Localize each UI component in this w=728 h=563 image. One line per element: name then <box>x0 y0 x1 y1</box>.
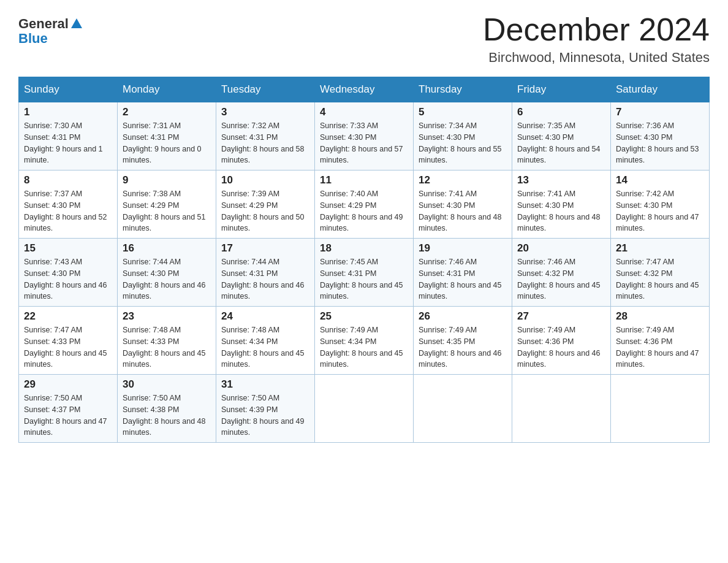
day-number: 29 <box>24 378 112 391</box>
table-row: 30 Sunrise: 7:50 AM Sunset: 4:38 PM Dayl… <box>118 375 216 443</box>
day-info: Sunrise: 7:34 AM Sunset: 4:30 PM Dayligh… <box>419 120 507 166</box>
table-row: 23 Sunrise: 7:48 AM Sunset: 4:33 PM Dayl… <box>118 307 216 375</box>
day-info: Sunrise: 7:30 AM Sunset: 4:31 PM Dayligh… <box>24 120 112 166</box>
day-info: Sunrise: 7:46 AM Sunset: 4:31 PM Dayligh… <box>419 256 507 302</box>
table-row: 26 Sunrise: 7:49 AM Sunset: 4:35 PM Dayl… <box>414 307 512 375</box>
table-row <box>611 375 710 443</box>
table-row <box>414 375 512 443</box>
calendar-table: Sunday Monday Tuesday Wednesday Thursday… <box>18 77 710 443</box>
calendar-week-row: 22 Sunrise: 7:47 AM Sunset: 4:33 PM Dayl… <box>19 307 710 375</box>
table-row: 27 Sunrise: 7:49 AM Sunset: 4:36 PM Dayl… <box>512 307 611 375</box>
day-number: 13 <box>517 174 605 186</box>
day-number: 6 <box>517 106 605 118</box>
calendar-week-row: 1 Sunrise: 7:30 AM Sunset: 4:31 PM Dayli… <box>19 102 710 170</box>
page-header: General Blue December 2024 Birchwood, Mi… <box>18 12 710 66</box>
day-number: 2 <box>123 106 211 118</box>
day-info: Sunrise: 7:38 AM Sunset: 4:29 PM Dayligh… <box>123 188 211 234</box>
day-number: 11 <box>320 174 408 186</box>
day-info: Sunrise: 7:45 AM Sunset: 4:31 PM Dayligh… <box>320 256 408 302</box>
day-number: 7 <box>616 106 704 118</box>
day-number: 8 <box>24 174 112 186</box>
day-number: 9 <box>123 174 211 186</box>
table-row: 12 Sunrise: 7:41 AM Sunset: 4:30 PM Dayl… <box>414 170 512 239</box>
table-row <box>315 375 414 443</box>
table-row: 16 Sunrise: 7:44 AM Sunset: 4:30 PM Dayl… <box>118 239 216 307</box>
day-info: Sunrise: 7:44 AM Sunset: 4:30 PM Dayligh… <box>123 256 211 302</box>
table-row: 17 Sunrise: 7:44 AM Sunset: 4:31 PM Dayl… <box>216 239 315 307</box>
day-info: Sunrise: 7:37 AM Sunset: 4:30 PM Dayligh… <box>24 188 112 234</box>
table-row: 31 Sunrise: 7:50 AM Sunset: 4:39 PM Dayl… <box>216 375 315 443</box>
day-info: Sunrise: 7:41 AM Sunset: 4:30 PM Dayligh… <box>419 188 507 234</box>
day-number: 25 <box>320 310 408 323</box>
day-info: Sunrise: 7:49 AM Sunset: 4:36 PM Dayligh… <box>616 324 704 370</box>
day-info: Sunrise: 7:50 AM Sunset: 4:37 PM Dayligh… <box>24 393 112 439</box>
day-number: 26 <box>419 310 507 323</box>
table-row: 18 Sunrise: 7:45 AM Sunset: 4:31 PM Dayl… <box>315 239 414 307</box>
day-number: 31 <box>221 378 309 391</box>
day-number: 1 <box>24 106 112 118</box>
col-monday: Monday <box>118 77 216 102</box>
calendar-week-row: 29 Sunrise: 7:50 AM Sunset: 4:37 PM Dayl… <box>19 375 710 443</box>
table-row: 8 Sunrise: 7:37 AM Sunset: 4:30 PM Dayli… <box>19 170 118 239</box>
logo: General Blue <box>18 12 83 47</box>
table-row: 10 Sunrise: 7:39 AM Sunset: 4:29 PM Dayl… <box>216 170 315 239</box>
table-row: 1 Sunrise: 7:30 AM Sunset: 4:31 PM Dayli… <box>19 102 118 170</box>
title-block: December 2024 Birchwood, Minnesota, Unit… <box>483 12 710 66</box>
day-number: 17 <box>221 242 309 255</box>
svg-marker-0 <box>71 18 82 28</box>
day-info: Sunrise: 7:36 AM Sunset: 4:30 PM Dayligh… <box>616 120 704 166</box>
col-saturday: Saturday <box>611 77 710 102</box>
day-info: Sunrise: 7:40 AM Sunset: 4:29 PM Dayligh… <box>320 188 408 234</box>
day-number: 22 <box>24 310 112 323</box>
table-row: 20 Sunrise: 7:46 AM Sunset: 4:32 PM Dayl… <box>512 239 611 307</box>
day-info: Sunrise: 7:46 AM Sunset: 4:32 PM Dayligh… <box>517 256 605 302</box>
day-info: Sunrise: 7:32 AM Sunset: 4:31 PM Dayligh… <box>221 120 309 166</box>
table-row: 11 Sunrise: 7:40 AM Sunset: 4:29 PM Dayl… <box>315 170 414 239</box>
day-number: 16 <box>123 242 211 255</box>
table-row: 3 Sunrise: 7:32 AM Sunset: 4:31 PM Dayli… <box>216 102 315 170</box>
day-number: 21 <box>616 242 704 255</box>
day-number: 15 <box>24 242 112 255</box>
day-number: 20 <box>517 242 605 255</box>
calendar-week-row: 15 Sunrise: 7:43 AM Sunset: 4:30 PM Dayl… <box>19 239 710 307</box>
table-row: 6 Sunrise: 7:35 AM Sunset: 4:30 PM Dayli… <box>512 102 611 170</box>
col-sunday: Sunday <box>19 77 118 102</box>
day-number: 10 <box>221 174 309 186</box>
day-number: 14 <box>616 174 704 186</box>
day-number: 3 <box>221 106 309 118</box>
col-wednesday: Wednesday <box>315 77 414 102</box>
day-info: Sunrise: 7:49 AM Sunset: 4:34 PM Dayligh… <box>320 324 408 370</box>
calendar-header-row: Sunday Monday Tuesday Wednesday Thursday… <box>19 77 710 102</box>
day-number: 18 <box>320 242 408 255</box>
logo-arrow-icon <box>70 17 83 31</box>
day-info: Sunrise: 7:42 AM Sunset: 4:30 PM Dayligh… <box>616 188 704 234</box>
logo-text-general: General <box>18 17 69 31</box>
day-number: 4 <box>320 106 408 118</box>
table-row: 9 Sunrise: 7:38 AM Sunset: 4:29 PM Dayli… <box>118 170 216 239</box>
day-info: Sunrise: 7:49 AM Sunset: 4:35 PM Dayligh… <box>419 324 507 370</box>
day-number: 12 <box>419 174 507 186</box>
day-info: Sunrise: 7:44 AM Sunset: 4:31 PM Dayligh… <box>221 256 309 302</box>
day-info: Sunrise: 7:47 AM Sunset: 4:32 PM Dayligh… <box>616 256 704 302</box>
day-number: 30 <box>123 378 211 391</box>
table-row: 13 Sunrise: 7:41 AM Sunset: 4:30 PM Dayl… <box>512 170 611 239</box>
day-info: Sunrise: 7:50 AM Sunset: 4:38 PM Dayligh… <box>123 393 211 439</box>
day-info: Sunrise: 7:43 AM Sunset: 4:30 PM Dayligh… <box>24 256 112 302</box>
day-number: 27 <box>517 310 605 323</box>
table-row: 14 Sunrise: 7:42 AM Sunset: 4:30 PM Dayl… <box>611 170 710 239</box>
day-number: 19 <box>419 242 507 255</box>
day-info: Sunrise: 7:31 AM Sunset: 4:31 PM Dayligh… <box>123 120 211 166</box>
table-row: 15 Sunrise: 7:43 AM Sunset: 4:30 PM Dayl… <box>19 239 118 307</box>
table-row: 22 Sunrise: 7:47 AM Sunset: 4:33 PM Dayl… <box>19 307 118 375</box>
day-number: 23 <box>123 310 211 323</box>
logo-text-blue: Blue <box>18 31 48 47</box>
table-row: 24 Sunrise: 7:48 AM Sunset: 4:34 PM Dayl… <box>216 307 315 375</box>
table-row: 2 Sunrise: 7:31 AM Sunset: 4:31 PM Dayli… <box>118 102 216 170</box>
table-row: 29 Sunrise: 7:50 AM Sunset: 4:37 PM Dayl… <box>19 375 118 443</box>
col-friday: Friday <box>512 77 611 102</box>
day-number: 24 <box>221 310 309 323</box>
day-info: Sunrise: 7:49 AM Sunset: 4:36 PM Dayligh… <box>517 324 605 370</box>
day-number: 28 <box>616 310 704 323</box>
day-info: Sunrise: 7:33 AM Sunset: 4:30 PM Dayligh… <box>320 120 408 166</box>
table-row: 4 Sunrise: 7:33 AM Sunset: 4:30 PM Dayli… <box>315 102 414 170</box>
